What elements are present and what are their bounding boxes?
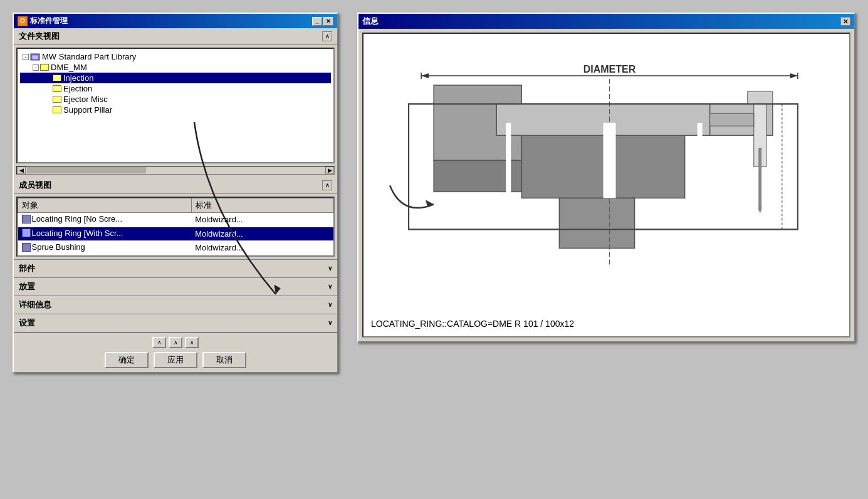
members-view-header: 成员视图 ∧ xyxy=(14,177,337,194)
part-icon-2 xyxy=(22,229,31,237)
section-parts[interactable]: 部件 ∨ xyxy=(14,259,337,277)
settings-label: 设置 xyxy=(19,317,35,329)
tree-ejector-misc-label: Ejector Misc xyxy=(63,95,108,104)
scroll-left-btn[interactable]: ◀ xyxy=(17,167,26,174)
member-icon-2: Locating Ring [With Scr... xyxy=(22,229,123,238)
info-close-button[interactable]: ✕ xyxy=(840,17,850,26)
members-view-label: 成员视图 xyxy=(19,180,51,191)
tree-node-ejection[interactable]: Ejection xyxy=(20,83,331,94)
svg-rect-13 xyxy=(496,104,709,135)
member-name-1: Locating Ring [No Scre... xyxy=(18,213,192,227)
standard-part-manager-panel: O 标准件管理 _ ✕ 文件夹视图 ∧ - MW Standard Part L… xyxy=(13,13,338,373)
member-row-2[interactable]: Locating Ring [With Scr... Moldwizard... xyxy=(18,227,333,241)
col-object-header: 对象 xyxy=(18,198,192,213)
up-arrow-2[interactable]: ∧ xyxy=(169,337,182,348)
info-content: DIAMETER xyxy=(362,33,850,337)
tree-node-support-pillar[interactable]: Support Pillar xyxy=(20,105,331,115)
scrollbar-track xyxy=(27,167,324,173)
tree-support-pillar-label: Support Pillar xyxy=(63,105,112,115)
part-icon-1 xyxy=(22,215,31,224)
tree-node-injection[interactable]: Injection xyxy=(20,73,331,83)
svg-rect-17 xyxy=(748,91,773,104)
tree-view[interactable]: - MW Standard Part Library - DME_MM Inje… xyxy=(16,48,335,163)
titlebar-left: O 标准件管理 xyxy=(18,16,68,26)
cancel-button[interactable]: 取消 xyxy=(202,352,246,368)
up-arrows-row: ∧ ∧ ∧ xyxy=(18,337,333,348)
action-buttons: 确定 应用 取消 xyxy=(18,352,333,368)
minimize-button[interactable]: _ xyxy=(312,17,322,26)
svg-rect-22 xyxy=(603,123,615,198)
svg-rect-19 xyxy=(759,148,761,210)
settings-chevron: ∨ xyxy=(328,319,332,326)
svg-text:DIAMETER: DIAMETER xyxy=(583,63,636,75)
member-standard-2: Moldwizard... xyxy=(191,227,333,241)
up-arrow-3[interactable]: ∧ xyxy=(185,337,199,348)
confirm-button[interactable]: 确定 xyxy=(105,352,149,368)
info-title: 信息 xyxy=(362,16,379,27)
library-icon xyxy=(30,53,40,61)
folder-view-label: 文件夹视图 xyxy=(19,31,60,42)
tree-hscrollbar[interactable]: ◀ ▶ xyxy=(16,166,335,175)
tree-root-label: MW Standard Part Library xyxy=(42,52,136,61)
members-view-expand[interactable]: ∧ xyxy=(322,180,332,190)
ejection-folder-icon xyxy=(53,85,61,92)
app-icon: O xyxy=(18,16,28,26)
member-icon-3: Sprue Bushing xyxy=(22,242,85,252)
dme-minus-icon: - xyxy=(33,64,39,71)
member-row-3[interactable]: Sprue Bushing Moldwizard... xyxy=(18,241,333,255)
left-panel-titlebar: O 标准件管理 _ ✕ xyxy=(14,14,337,28)
tree-injection-label: Injection xyxy=(63,73,93,83)
member-icon-1: Locating Ring [No Scre... xyxy=(22,214,123,224)
panel-title: 标准件管理 xyxy=(30,16,68,26)
part-icon-3 xyxy=(22,243,31,252)
section-settings[interactable]: 设置 ∨ xyxy=(14,314,337,332)
support-pillar-folder-icon xyxy=(53,106,61,113)
apply-button[interactable]: 应用 xyxy=(154,352,197,368)
section-placement[interactable]: 放置 ∨ xyxy=(14,277,337,296)
titlebar-controls: _ ✕ xyxy=(312,17,333,26)
svg-rect-21 xyxy=(710,113,754,126)
svg-rect-23 xyxy=(506,123,511,198)
tree-dme-label: DME_MM xyxy=(51,63,87,72)
catalog-label: LOCATING_RING::CATALOG=DME R 101 / 100x1… xyxy=(371,319,574,329)
scrollbar-thumb xyxy=(27,167,146,173)
folder-view-expand[interactable]: ∧ xyxy=(322,31,332,41)
parts-chevron: ∨ xyxy=(328,265,332,272)
tree-node-ejector-misc[interactable]: Ejector Misc xyxy=(20,94,331,105)
member-name-2: Locating Ring [With Scr... xyxy=(18,227,192,241)
close-button[interactable]: ✕ xyxy=(323,17,333,26)
details-label: 详细信息 xyxy=(19,299,51,311)
member-standard-3: Moldwizard... xyxy=(191,241,333,255)
col-standard-header: 标准 xyxy=(191,198,333,213)
scroll-right-btn[interactable]: ▶ xyxy=(325,167,334,174)
info-titlebar: 信息 ✕ xyxy=(358,14,854,29)
tree-node-dme[interactable]: - DME_MM xyxy=(20,62,331,73)
placement-label: 放置 xyxy=(19,281,35,292)
up-arrow-1[interactable]: ∧ xyxy=(152,337,166,348)
details-chevron: ∨ xyxy=(328,301,332,308)
tree-ejection-label: Ejection xyxy=(63,84,92,93)
placement-chevron: ∨ xyxy=(328,283,332,290)
member-name-3: Sprue Bushing xyxy=(18,241,192,255)
technical-drawing: DIAMETER xyxy=(371,41,842,311)
tree-root[interactable]: - MW Standard Part Library xyxy=(20,51,331,62)
minus-icon: - xyxy=(23,54,29,60)
members-table: 对象 标准 Locating Ring [No Scre... Moldwiza… xyxy=(16,197,335,257)
ejector-misc-folder-icon xyxy=(53,96,61,103)
parts-label: 部件 xyxy=(19,263,35,274)
svg-rect-24 xyxy=(698,123,703,198)
bottom-section: ∧ ∧ ∧ 确定 应用 取消 xyxy=(14,332,337,372)
member-standard-1: Moldwizard... xyxy=(191,213,333,227)
svg-rect-1 xyxy=(32,55,38,59)
info-panel: 信息 ✕ DIAMETER xyxy=(357,13,855,342)
section-details[interactable]: 详细信息 ∨ xyxy=(14,296,337,314)
folder-view-header: 文件夹视图 ∧ xyxy=(14,28,337,45)
dme-folder-icon xyxy=(40,64,49,71)
svg-rect-14 xyxy=(559,198,634,248)
member-row-1[interactable]: Locating Ring [No Scre... Moldwizard... xyxy=(18,213,333,227)
injection-folder-icon xyxy=(53,75,61,81)
